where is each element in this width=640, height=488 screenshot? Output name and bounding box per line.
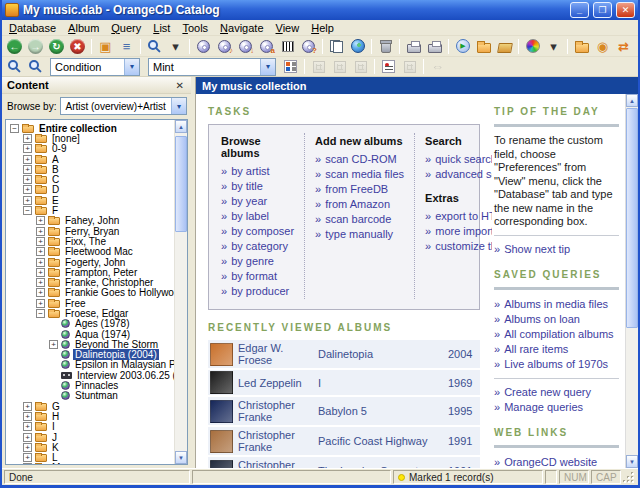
folder-icon[interactable] [474,37,493,55]
tree-item-froese-edgar[interactable]: −Froese, Edgar [8,308,173,318]
task-link-quick-search[interactable]: »quick search [425,152,492,167]
browse-by-select[interactable]: Artist (overview)+Artist ▾ [60,97,187,115]
main-scrollbar[interactable]: ▲ ▼ [625,94,638,468]
tree-item-fogerty-john[interactable]: +Fogerty, John [8,257,173,267]
tree-expander-icon[interactable]: − [10,124,19,133]
tree-expander-icon[interactable]: + [36,299,45,308]
album-row-pacific-coast-highway[interactable]: Christopher FrankePacific Coast Highway1… [208,427,480,455]
dropdown-arrow-icon[interactable]: ▾ [124,59,139,75]
freedb-download-icon[interactable]: ↓ [236,37,255,55]
tree-expander-icon[interactable]: + [36,258,45,267]
condition-value-combo[interactable]: Mint▾ [148,58,276,76]
sidebar-link-all-rare-items[interactable]: »All rare items [494,342,619,357]
forward-icon[interactable]: → [26,37,45,55]
task-link-scan-barcode[interactable]: »scan barcode [315,212,404,227]
delete-icon[interactable] [376,37,395,55]
tree-expander-icon[interactable]: + [36,268,45,277]
quick-search-icon[interactable] [5,58,24,76]
tree-item-j[interactable]: +J [8,432,173,442]
tree-item-a[interactable]: +A [8,154,173,164]
tree-expander-icon[interactable]: + [23,453,32,462]
task-link-by-artist[interactable]: »by artist [221,164,294,179]
task-link-customize-this-page[interactable]: »customize this page [425,239,492,254]
tree-expander-icon[interactable]: + [36,216,45,225]
search-icon[interactable] [145,37,164,55]
tree-item-fahey-john[interactable]: +Fahey, John [8,216,173,226]
track-list-icon[interactable]: ≡ [117,37,136,55]
tree-item-dalinetopia-2004[interactable]: Dalinetopia (2004) [8,350,173,360]
tree-item-stuntman[interactable]: Stuntman [8,391,173,401]
tree-expander-icon[interactable]: − [23,206,32,215]
scroll-down-icon[interactable]: ▼ [626,455,638,468]
main-scroll-thumb[interactable] [626,108,638,328]
tree-expander-icon[interactable]: + [49,340,58,349]
stop-icon[interactable]: ✖ [68,37,87,55]
tree-item-g[interactable]: +G [8,401,173,411]
task-link-advanced-search[interactable]: »advanced search [425,167,492,182]
tree-expander-icon[interactable]: + [23,144,32,153]
task-link-by-category[interactable]: »by category [221,239,294,254]
sidebar-link-all-compilation-albums[interactable]: »All compilation albums [494,327,619,342]
tree-expander-icon[interactable]: + [23,155,32,164]
tree-item-h[interactable]: +H [8,411,173,421]
advanced-search-icon[interactable] [26,58,45,76]
task-link-by-genre[interactable]: »by genre [221,254,294,269]
menu-view[interactable]: View [270,21,306,35]
sidebar-link-create-new-query[interactable]: »Create new query [494,385,619,400]
tree-item-c[interactable]: +C [8,174,173,184]
close-panel-icon[interactable]: ✕ [174,80,186,91]
play-icon[interactable] [453,37,472,55]
tree-expander-icon[interactable]: + [23,185,32,194]
album-covers-icon[interactable]: ▣ [96,37,115,55]
tree-expander-icon[interactable]: + [23,134,32,143]
tree-expander-icon[interactable]: + [23,402,32,411]
tree-item-frankie-goes-to-hollywood[interactable]: +Frankie Goes to Hollywood [8,288,173,298]
print-report-icon[interactable] [425,37,444,55]
task-link-scan-media-files[interactable]: »scan media files [315,167,404,182]
tree-expander-icon[interactable]: + [23,433,32,442]
task-link-export-to-html[interactable]: »export to HTML [425,209,492,224]
tree-item-entire-collection[interactable]: −Entire collection [8,123,173,133]
task-link-by-year[interactable]: »by year [221,194,294,209]
scroll-up-icon[interactable]: ▲ [175,120,187,133]
web-browser-icon[interactable] [348,37,367,55]
tree-expander-icon[interactable]: + [23,196,32,205]
album-row-dalinetopia[interactable]: Edgar W. FroeseDalinetopia2004 [208,340,480,368]
tree-expander-icon[interactable]: + [36,237,45,246]
scan-barcode-icon[interactable] [278,37,297,55]
color-scheme-icon[interactable] [523,37,542,55]
task-link-from-freedb[interactable]: »from FreeDB [315,182,404,197]
tree-item-m[interactable]: +M [8,463,173,465]
field-chooser-icon[interactable] [379,58,398,76]
task-link-type-manually[interactable]: »type manually [315,227,404,242]
tree-item-k[interactable]: +K [8,442,173,452]
tree-item-d[interactable]: +D [8,185,173,195]
tree-item-0-9[interactable]: +0-9 [8,144,173,154]
back-icon[interactable]: ← [5,37,24,55]
tree-expander-icon[interactable]: + [36,288,45,297]
album-row-babylon-5[interactable]: Christopher FrankeBabylon 51995 [208,397,480,425]
tree-expander-icon[interactable]: + [36,227,45,236]
task-link-from-amazon[interactable]: »from Amazon [315,197,404,212]
task-link-by-title[interactable]: »by title [221,179,294,194]
menu-tools[interactable]: Tools [176,21,214,35]
loan-icon[interactable] [495,37,514,55]
task-link-more-import-export[interactable]: »more import/export [425,224,492,239]
album-row-the-london-concert[interactable]: Christopher FrankeThe London Concert1991 [208,457,480,468]
tree-scrollbar[interactable]: ▲ ▼ [174,120,187,464]
refresh-icon[interactable]: ↻ [47,37,66,55]
dropdown-arrow-icon[interactable]: ▾ [260,59,275,75]
tree-expander-icon[interactable]: + [23,165,32,174]
menu-album[interactable]: Album [62,21,105,35]
tree-item-fixx-the[interactable]: +Fixx, The [8,236,173,246]
print-icon[interactable] [404,37,423,55]
sidebar-link-show-next-tip[interactable]: »Show next tip [494,242,619,257]
tree-item-pinnacles[interactable]: Pinnacles [8,380,173,390]
backup-icon[interactable] [572,37,591,55]
search-dropdown-icon[interactable]: ▾ [166,37,185,55]
album-row-i[interactable]: Led ZeppelinI1969 [208,370,480,395]
close-button[interactable]: ✕ [616,2,635,18]
scan-media-files-icon[interactable]: ♪ [215,37,234,55]
task-link-by-label[interactable]: »by label [221,209,294,224]
task-link-by-producer[interactable]: »by producer [221,284,294,299]
